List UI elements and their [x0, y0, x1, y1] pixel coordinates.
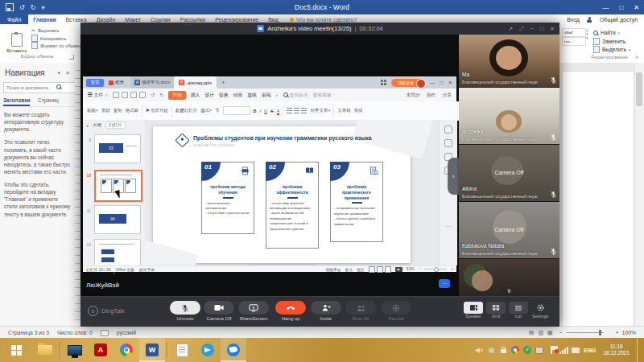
wps-play-from-page-button[interactable]: ▶当页开始 [146, 108, 168, 113]
slide-thumbnail-12[interactable] [94, 239, 141, 268]
tab-mailings[interactable]: Рассылки [175, 17, 210, 23]
participant-tile[interactable]: Ма Благовещенский государственный педаг [459, 35, 559, 87]
close-button[interactable]: ✕ [634, 4, 639, 11]
wps-redo-icon[interactable]: ↻ [159, 93, 163, 97]
wps-comments-button[interactable]: 批注 [357, 267, 365, 272]
wps-side-tool-icon[interactable] [444, 139, 452, 147]
zoom-in-button[interactable]: + [616, 330, 619, 335]
tab-layout[interactable]: Макет [120, 17, 146, 23]
collapse-panel-icon[interactable]: « [86, 123, 89, 128]
wps-notes-button[interactable]: 备注 [345, 267, 353, 272]
wps-ribbon-tab-review[interactable]: 审阅 [262, 92, 271, 99]
pane-close-icon[interactable]: ✕ [65, 70, 70, 76]
language-switcher[interactable]: ENG [584, 348, 596, 353]
wps-play-button[interactable]: ▶ [395, 267, 402, 272]
wps-new-slide-button[interactable]: 新建幻灯片 [175, 108, 198, 113]
language-indicator[interactable]: русский [117, 330, 136, 335]
lock-icon[interactable] [499, 346, 507, 354]
taskbar-acrobat[interactable]: A [88, 338, 114, 362]
zoom-level[interactable]: 100% [622, 330, 636, 335]
wps-theme-name[interactable]: Office 主题 [115, 267, 134, 272]
replace-button[interactable]: Заменить [593, 38, 625, 45]
wps-view-icons[interactable] [369, 266, 391, 273]
wps-close-icon[interactable]: ✕ [448, 80, 452, 86]
proofing-icon[interactable] [101, 330, 109, 336]
wps-collaborate-button[interactable]: 协作 [427, 92, 436, 99]
taskbar-dingtalk[interactable] [221, 338, 246, 362]
show-desktop-button[interactable] [637, 338, 641, 362]
list-view-button[interactable]: List [509, 302, 528, 319]
search-magnifier-icon[interactable] [56, 84, 61, 90]
wps-cut-button[interactable]: 剪切 [101, 108, 110, 113]
tray-status-icon[interactable] [487, 346, 495, 354]
volume-icon[interactable] [475, 346, 483, 354]
slide-thumbnail-11[interactable]: 04 [94, 205, 141, 234]
format-painter-button[interactable]: Формат по образцу [31, 42, 84, 49]
slides-tab-active[interactable]: 幻灯片 [105, 121, 126, 129]
wps-presentation-tab-active[interactable]: P -доклад.pptx [174, 76, 217, 88]
settings-button[interactable]: Settings [531, 302, 549, 319]
wps-zoom-in[interactable]: + [451, 267, 453, 271]
antivirus-ok-icon[interactable]: ✓ [523, 346, 531, 354]
wps-paste-button[interactable]: 粘贴▾ [87, 108, 98, 113]
wps-main-menu[interactable]: ☰ 文件 ∨ [88, 92, 108, 99]
wps-minimize-icon[interactable]: — [430, 80, 436, 86]
tab-design[interactable]: Дизайн [92, 17, 121, 23]
wps-undo-icon[interactable]: ↺ [151, 93, 155, 97]
copy-button[interactable]: Копировать [31, 35, 66, 42]
wps-slide-canvas[interactable]: Проблемы студентов при изучении граммати… [145, 120, 439, 265]
taskbar-chrome[interactable] [114, 338, 139, 362]
cut-button[interactable]: ✂ Вырезать [31, 27, 60, 33]
wps-ribbon-tab-insert[interactable]: 插入 [191, 92, 200, 99]
touch-keyboard-icon[interactable] [572, 346, 580, 354]
wps-copy-button[interactable]: 复制 [114, 108, 122, 113]
invite-button[interactable]: Invite [308, 301, 344, 321]
wps-layout-button[interactable]: 版式▾ [200, 108, 212, 113]
wps-zoom-out[interactable]: − [418, 267, 420, 271]
wps-font-select[interactable] [223, 106, 250, 115]
zoom-slider-thumb[interactable] [599, 330, 601, 335]
popout-icon[interactable]: ↗ [508, 26, 513, 32]
wps-ribbon-tab-transition[interactable]: 切换 [219, 92, 229, 99]
wps-side-more-icon[interactable]: ⋯ [440, 223, 457, 228]
wps-zoom-level[interactable]: 53% [407, 267, 415, 271]
wps-more-tabs-icon[interactable]: » [275, 93, 278, 97]
clipboard-dialog-launcher[interactable] [69, 55, 74, 60]
wps-doc-tab[interactable]: W 俄语学习.docx [130, 76, 174, 88]
taskbar-word[interactable]: W [139, 338, 165, 362]
meeting-titlebar[interactable]: Anzhelka's video meetin(13/25) | 00:32:0… [80, 23, 559, 35]
taskbar-file-explorer[interactable] [32, 338, 58, 362]
participant-tile[interactable]: Camera Off Kablukova Natalia Благовещенс… [459, 202, 559, 258]
pane-options-caret-icon[interactable]: ▾ [57, 70, 60, 76]
participant-tile[interactable]: ∨ [459, 259, 559, 296]
wps-login-button[interactable]: 访客登录 [391, 79, 425, 87]
camera-off-button[interactable]: Camera Off [201, 301, 237, 321]
quick-access-caret-icon[interactable]: ▾ [41, 4, 44, 11]
word-count[interactable]: Число слов: 0 [57, 330, 93, 335]
wps-section-button[interactable]: 节 [215, 108, 220, 113]
collapse-strip-chevron-icon[interactable]: ∨ [501, 287, 518, 294]
nav-tab-headings[interactable]: Заголовки [3, 97, 30, 106]
find-button[interactable]: Найти ▾ [593, 30, 620, 35]
wps-beautify-button[interactable]: 智能美化 [325, 267, 341, 272]
wps-alignment-buttons[interactable] [287, 108, 307, 113]
wps-new-tab-button[interactable]: + [221, 80, 225, 85]
select-button[interactable]: Выделить ▾ [593, 46, 631, 53]
tab-file[interactable]: Файл [0, 14, 28, 24]
web-layout-icon[interactable]: ▦ [547, 330, 553, 336]
tab-references[interactable]: Ссылки [146, 17, 175, 23]
slide[interactable]: Проблемы студентов при изучении граммати… [153, 126, 411, 263]
tell-me-box[interactable]: Что вы хотите сделать? [296, 17, 357, 23]
minimize-button[interactable]: — [602, 4, 609, 11]
printer-icon[interactable] [535, 346, 543, 354]
slide-thumbnail-9[interactable]: 03 [94, 134, 141, 163]
style-gallery-item[interactable]: ное.. [562, 37, 586, 46]
unmute-button[interactable]: Unmute [167, 301, 203, 321]
sign-in-link[interactable]: Вход [567, 17, 580, 23]
network-icon[interactable] [559, 346, 568, 354]
arrange-windows-icon[interactable] [381, 80, 386, 85]
slide-thumbnail-10-selected[interactable] [94, 170, 142, 202]
chat-bubble-icon[interactable]: ⋯ [439, 279, 450, 288]
taskbar-telegram[interactable] [195, 338, 221, 362]
redo-icon[interactable]: ↻ [31, 4, 36, 11]
